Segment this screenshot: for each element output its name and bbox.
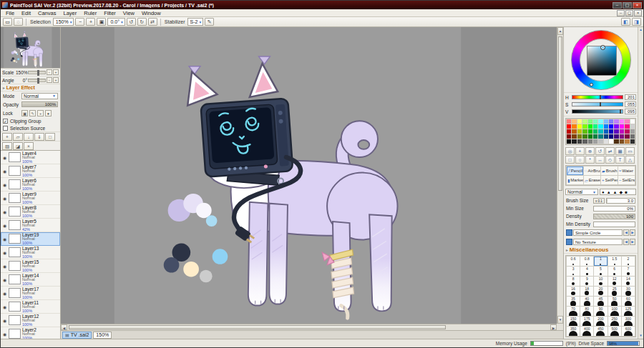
scale-minus-button[interactable]: −: [47, 69, 52, 75]
brush-size-preset[interactable]: 250: [608, 317, 621, 326]
color-swatch[interactable]: [588, 139, 592, 144]
scroll-left-icon[interactable]: ◀: [61, 324, 67, 330]
color-swatch[interactable]: [593, 119, 597, 124]
color-swatch[interactable]: [598, 129, 602, 134]
hand-tool-icon[interactable]: +: [575, 147, 585, 155]
hsv-slider-h[interactable]: H 201: [565, 94, 636, 101]
layer-visibility-icon[interactable]: ◉: [1, 169, 8, 174]
rotate-cw-button[interactable]: ↻: [137, 18, 147, 26]
color-swatch[interactable]: [588, 124, 592, 129]
zoom-value-box[interactable]: 150%▾: [53, 18, 74, 26]
color-swatch[interactable]: [625, 119, 629, 124]
brush-size-preset[interactable]: 35: [567, 297, 580, 306]
color-swatch[interactable]: [572, 134, 576, 139]
brush-size-preset[interactable]: 45: [594, 297, 607, 306]
tool-selpen[interactable]: +SelPen: [601, 176, 618, 184]
transform-icon[interactable]: ◇: [605, 156, 615, 164]
brush-size-preset[interactable]: 14: [622, 277, 635, 286]
angle-plus-button[interactable]: +: [53, 77, 59, 83]
brush-size-preset[interactable]: 50: [608, 297, 621, 306]
brush-size-preset[interactable]: 125: [622, 307, 635, 316]
minimize-button[interactable]: –: [613, 2, 622, 9]
toggle-right-panel-button[interactable]: ◨: [632, 18, 641, 26]
brush-tip-icon[interactable]: ◆: [620, 189, 623, 195]
new-layer-icon[interactable]: +: [2, 133, 12, 141]
layer-row-layer17[interactable]: ◉ Layer17 Normal 100%: [1, 287, 60, 300]
color-swatch[interactable]: [614, 129, 618, 134]
brush-size-preset[interactable]: 350: [567, 327, 580, 336]
layer-visibility-icon[interactable]: ◉: [1, 332, 8, 337]
layer-visibility-icon[interactable]: ◉: [1, 223, 8, 228]
tool-water[interactable]: ≈Water: [618, 166, 635, 175]
rotate-ccw-button[interactable]: ↺: [127, 18, 136, 26]
layer-visibility-icon[interactable]: ◉: [1, 237, 8, 242]
layer-row-layer9[interactable]: ◉ Layer9 Normal 100%: [1, 192, 60, 205]
scroll-down-icon[interactable]: ▼: [557, 316, 563, 324]
new-folder-icon[interactable]: ▱: [13, 133, 23, 141]
color-swatch[interactable]: [614, 139, 618, 144]
color-swatch[interactable]: [572, 139, 576, 144]
layer-visibility-icon[interactable]: ◉: [1, 291, 8, 296]
brush-size-preset[interactable]: 4: [580, 267, 593, 276]
color-swatch[interactable]: [609, 129, 613, 134]
angle-value-box[interactable]: 0.0°▾: [107, 18, 125, 26]
layer-visibility-icon[interactable]: ◉: [1, 155, 8, 160]
layer-visibility-icon[interactable]: ◉: [1, 264, 8, 269]
brush-size-preset[interactable]: 200: [594, 317, 607, 326]
color-swatch[interactable]: [567, 139, 571, 144]
color-swatch[interactable]: [630, 119, 635, 124]
menu-ruler[interactable]: Ruler: [80, 10, 100, 16]
zoom-tool-icon[interactable]: ⊕: [585, 147, 595, 155]
scale-plus-button[interactable]: +: [53, 69, 59, 75]
brush-size-preset[interactable]: 3: [567, 267, 580, 276]
brush-size-preset[interactable]: 25: [608, 287, 621, 296]
brush-tip-icon[interactable]: ■: [625, 189, 628, 195]
lock-all-icon[interactable]: ●: [45, 110, 52, 116]
move-icon[interactable]: ↔: [595, 156, 605, 164]
layer-row-layer2[interactable]: ◉ Layer2 Normal 100%: [1, 327, 60, 339]
color-swatch[interactable]: [598, 119, 602, 124]
text-icon[interactable]: T: [615, 156, 625, 164]
layer-row-layer6[interactable]: ◉ Layer6 Normal 100%: [1, 178, 60, 192]
tool-selers[interactable]: −SelErs: [618, 176, 635, 184]
brush-size-preset[interactable]: 600: [622, 327, 635, 336]
hue-ring[interactable]: [571, 30, 631, 90]
angle-minus-button[interactable]: −: [47, 77, 52, 83]
clipping-group-checkbox[interactable]: ✓: [3, 119, 8, 124]
brush-size-preset[interactable]: 1.5: [608, 257, 621, 266]
color-swatch[interactable]: [588, 129, 592, 134]
layer-row-layer15[interactable]: ◉ Layer15 Normal 100%: [1, 259, 60, 273]
zoom-out-button[interactable]: −: [75, 18, 84, 26]
layer-row-layer4[interactable]: ◉ Layer4 Normal 100%: [1, 151, 60, 164]
transfer-down-icon[interactable]: ↓: [24, 133, 34, 141]
brush-size-preset[interactable]: 18: [580, 287, 593, 296]
brush-size-preset[interactable]: 0.6: [567, 257, 580, 266]
clipping-group-row[interactable]: ✓ Clipping Group: [1, 117, 60, 124]
selection-source-checkbox[interactable]: [3, 126, 8, 131]
color-swatch[interactable]: [572, 129, 576, 134]
crop-icon[interactable]: ▭: [625, 147, 635, 155]
layer-effect-header[interactable]: ▸ Layer Effect: [1, 84, 60, 91]
layer-visibility-icon[interactable]: ◉: [1, 250, 8, 255]
eyedropper-icon[interactable]: ◎: [565, 147, 575, 155]
hue-cursor[interactable]: [590, 83, 593, 86]
layer-row-layer12[interactable]: ◉ Layer12 Normal 100%: [1, 314, 60, 327]
color-swatch[interactable]: [582, 129, 587, 134]
select-rect-icon[interactable]: □: [565, 156, 575, 164]
menu-canvas[interactable]: Canvas: [34, 10, 59, 16]
tool-airbrush[interactable]: ◌AirBrush: [584, 166, 600, 175]
menu-layer[interactable]: Layer: [59, 10, 80, 16]
color-swatch[interactable]: [567, 129, 571, 134]
mdi-minimize-button[interactable]: –: [617, 10, 625, 16]
color-swatch[interactable]: [630, 134, 635, 139]
scroll-right-icon[interactable]: ▶: [550, 324, 557, 330]
brush-size-preset[interactable]: 80: [580, 307, 593, 316]
layer-row-layer5[interactable]: ◉ Layer5 Normal 42%: [1, 219, 60, 232]
color-swatch[interactable]: [593, 129, 597, 134]
scale-slider[interactable]: [28, 71, 46, 74]
zoom-in-button[interactable]: +: [86, 18, 95, 26]
color-swatch[interactable]: [604, 124, 608, 129]
color-swatch[interactable]: [582, 139, 587, 144]
flip-view-icon[interactable]: ⇄: [605, 147, 615, 155]
color-swatch[interactable]: [593, 134, 597, 139]
